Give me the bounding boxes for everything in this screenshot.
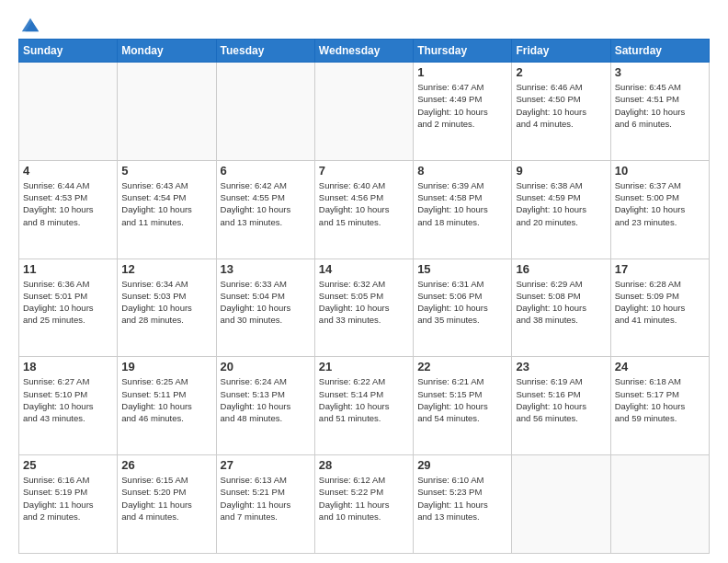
day-number: 2 [516,65,606,79]
day-info: Sunrise: 6:43 AM Sunset: 4:54 PM Dayligh… [121,179,211,228]
day-number: 15 [417,262,507,276]
calendar-cell: 22Sunrise: 6:21 AM Sunset: 5:15 PM Dayli… [414,357,512,455]
calendar-cell: 2Sunrise: 6:46 AM Sunset: 4:50 PM Daylig… [512,63,610,161]
calendar-week-2: 11Sunrise: 6:36 AM Sunset: 5:01 PM Dayli… [19,259,710,357]
calendar-cell: 16Sunrise: 6:29 AM Sunset: 5:08 PM Dayli… [512,259,610,357]
day-info: Sunrise: 6:12 AM Sunset: 5:22 PM Dayligh… [319,474,409,523]
day-number: 25 [23,458,113,472]
day-number: 4 [23,164,113,178]
calendar-cell: 21Sunrise: 6:22 AM Sunset: 5:14 PM Dayli… [314,357,413,455]
day-number: 1 [417,65,507,79]
calendar-header-wednesday: Wednesday [314,40,413,63]
day-number: 5 [121,164,211,178]
calendar-cell: 9Sunrise: 6:38 AM Sunset: 4:59 PM Daylig… [512,160,610,259]
day-number: 3 [615,65,705,79]
day-number: 11 [23,262,113,276]
day-number: 9 [516,164,606,178]
day-info: Sunrise: 6:27 AM Sunset: 5:10 PM Dayligh… [23,375,113,424]
day-number: 14 [319,262,409,276]
calendar-cell: 6Sunrise: 6:42 AM Sunset: 4:55 PM Daylig… [216,160,314,259]
day-info: Sunrise: 6:40 AM Sunset: 4:56 PM Dayligh… [319,179,409,228]
calendar-cell: 11Sunrise: 6:36 AM Sunset: 5:01 PM Dayli… [19,259,118,357]
calendar-cell: 4Sunrise: 6:44 AM Sunset: 4:53 PM Daylig… [19,160,118,259]
day-number: 28 [319,458,409,472]
calendar-cell: 24Sunrise: 6:18 AM Sunset: 5:17 PM Dayli… [610,357,709,455]
day-info: Sunrise: 6:36 AM Sunset: 5:01 PM Dayligh… [23,278,113,327]
day-number: 13 [221,262,311,276]
calendar-week-1: 4Sunrise: 6:44 AM Sunset: 4:53 PM Daylig… [19,160,710,259]
day-info: Sunrise: 6:47 AM Sunset: 4:49 PM Dayligh… [417,81,507,130]
day-info: Sunrise: 6:28 AM Sunset: 5:09 PM Dayligh… [615,278,705,327]
day-info: Sunrise: 6:18 AM Sunset: 5:17 PM Dayligh… [615,375,705,424]
calendar-cell: 25Sunrise: 6:16 AM Sunset: 5:19 PM Dayli… [19,455,118,554]
calendar-header-row: SundayMondayTuesdayWednesdayThursdayFrid… [19,40,710,63]
day-info: Sunrise: 6:16 AM Sunset: 5:19 PM Dayligh… [23,474,113,523]
day-number: 18 [23,360,113,373]
day-number: 23 [516,360,606,373]
day-number: 24 [615,360,705,373]
calendar-cell: 17Sunrise: 6:28 AM Sunset: 5:09 PM Dayli… [610,259,709,357]
day-info: Sunrise: 6:10 AM Sunset: 5:23 PM Dayligh… [417,474,507,523]
day-number: 29 [417,458,507,472]
day-info: Sunrise: 6:42 AM Sunset: 4:55 PM Dayligh… [221,179,311,228]
calendar-cell: 26Sunrise: 6:15 AM Sunset: 5:20 PM Dayli… [118,455,216,554]
calendar-cell: 8Sunrise: 6:39 AM Sunset: 4:58 PM Daylig… [414,160,512,259]
calendar-cell [118,63,216,161]
day-info: Sunrise: 6:34 AM Sunset: 5:03 PM Dayligh… [121,278,211,327]
calendar-cell: 3Sunrise: 6:45 AM Sunset: 4:51 PM Daylig… [610,63,709,161]
header [18,15,710,31]
calendar-cell: 5Sunrise: 6:43 AM Sunset: 4:54 PM Daylig… [118,160,216,259]
calendar-cell: 14Sunrise: 6:32 AM Sunset: 5:05 PM Dayli… [314,259,413,357]
calendar-cell: 13Sunrise: 6:33 AM Sunset: 5:04 PM Dayli… [216,259,314,357]
day-info: Sunrise: 6:44 AM Sunset: 4:53 PM Dayligh… [23,179,113,228]
calendar-header-sunday: Sunday [19,40,118,63]
day-number: 10 [615,164,705,178]
calendar-cell: 20Sunrise: 6:24 AM Sunset: 5:13 PM Dayli… [216,357,314,455]
calendar-cell [314,63,413,161]
calendar-table: SundayMondayTuesdayWednesdayThursdayFrid… [18,39,710,554]
day-info: Sunrise: 6:45 AM Sunset: 4:51 PM Dayligh… [615,81,705,130]
calendar-cell: 28Sunrise: 6:12 AM Sunset: 5:22 PM Dayli… [314,455,413,554]
day-number: 12 [121,262,211,276]
calendar-cell [19,63,118,161]
day-number: 21 [319,360,409,373]
calendar-header-tuesday: Tuesday [216,40,314,63]
calendar-cell [610,455,709,554]
calendar-cell: 15Sunrise: 6:31 AM Sunset: 5:06 PM Dayli… [414,259,512,357]
calendar-cell [512,455,610,554]
day-number: 26 [121,458,211,472]
day-info: Sunrise: 6:31 AM Sunset: 5:06 PM Dayligh… [417,278,507,327]
day-number: 20 [221,360,311,373]
calendar-week-4: 25Sunrise: 6:16 AM Sunset: 5:19 PM Dayli… [19,455,710,554]
calendar-header-friday: Friday [512,40,610,63]
day-number: 19 [121,360,211,373]
day-number: 8 [417,164,507,178]
page: SundayMondayTuesdayWednesdayThursdayFrid… [0,0,728,563]
day-info: Sunrise: 6:32 AM Sunset: 5:05 PM Dayligh… [319,278,409,327]
calendar-week-3: 18Sunrise: 6:27 AM Sunset: 5:10 PM Dayli… [19,357,710,455]
calendar-cell: 23Sunrise: 6:19 AM Sunset: 5:16 PM Dayli… [512,357,610,455]
day-info: Sunrise: 6:29 AM Sunset: 5:08 PM Dayligh… [516,278,606,327]
day-info: Sunrise: 6:37 AM Sunset: 5:00 PM Dayligh… [615,179,705,228]
day-info: Sunrise: 6:21 AM Sunset: 5:15 PM Dayligh… [417,375,507,424]
calendar-cell [216,63,314,161]
calendar-cell: 12Sunrise: 6:34 AM Sunset: 5:03 PM Dayli… [118,259,216,357]
day-info: Sunrise: 6:13 AM Sunset: 5:21 PM Dayligh… [221,474,311,523]
calendar-cell: 1Sunrise: 6:47 AM Sunset: 4:49 PM Daylig… [414,63,512,161]
day-number: 17 [615,262,705,276]
calendar-cell: 18Sunrise: 6:27 AM Sunset: 5:10 PM Dayli… [19,357,118,455]
logo-icon [20,15,40,35]
day-info: Sunrise: 6:38 AM Sunset: 4:59 PM Dayligh… [516,179,606,228]
day-info: Sunrise: 6:39 AM Sunset: 4:58 PM Dayligh… [417,179,507,228]
day-number: 7 [319,164,409,178]
calendar-cell: 27Sunrise: 6:13 AM Sunset: 5:21 PM Dayli… [216,455,314,554]
day-info: Sunrise: 6:46 AM Sunset: 4:50 PM Dayligh… [516,81,606,130]
day-info: Sunrise: 6:25 AM Sunset: 5:11 PM Dayligh… [121,375,211,424]
calendar-cell: 10Sunrise: 6:37 AM Sunset: 5:00 PM Dayli… [610,160,709,259]
calendar-cell: 29Sunrise: 6:10 AM Sunset: 5:23 PM Dayli… [414,455,512,554]
day-number: 16 [516,262,606,276]
day-number: 6 [221,164,311,178]
day-info: Sunrise: 6:24 AM Sunset: 5:13 PM Dayligh… [221,375,311,424]
calendar-week-0: 1Sunrise: 6:47 AM Sunset: 4:49 PM Daylig… [19,63,710,161]
calendar-header-saturday: Saturday [610,40,709,63]
